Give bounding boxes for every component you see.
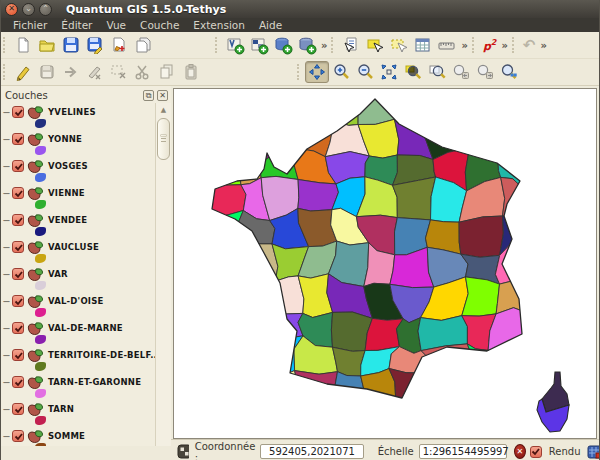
department-region[interactable]	[232, 280, 275, 315]
layer-expander[interactable]: −	[1, 134, 12, 145]
paste-features-button[interactable]	[179, 61, 203, 83]
layer-row[interactable]: −VAR	[1, 267, 155, 294]
department-region[interactable]	[500, 212, 526, 256]
department-region[interactable]	[196, 336, 243, 383]
layer-name[interactable]: VOSGES	[48, 161, 88, 171]
layer-expander[interactable]: −	[1, 107, 12, 118]
scrollbar-thumb[interactable]	[157, 118, 170, 160]
composer-manager-button[interactable]	[131, 34, 155, 56]
department-region[interactable]	[487, 344, 535, 382]
select-features-button[interactable]	[363, 34, 387, 56]
minimize-window-button[interactable]: ⌄	[22, 3, 35, 16]
department-region[interactable]	[298, 180, 339, 212]
save-project-button[interactable]	[59, 34, 83, 56]
layer-name[interactable]: YONNE	[48, 134, 82, 144]
layer-expander[interactable]: −	[1, 350, 12, 361]
layer-expander[interactable]: −	[1, 215, 12, 226]
save-edits-button[interactable]	[35, 61, 59, 83]
department-region[interactable]	[231, 376, 276, 411]
layer-expander[interactable]: −	[1, 296, 12, 307]
add-postgis-layer-button[interactable]	[271, 34, 295, 56]
department-region[interactable]	[258, 89, 306, 123]
layer-row[interactable]: −TERRITOIRE-DE-BELF...	[1, 348, 155, 375]
department-region[interactable]	[357, 89, 398, 125]
department-region[interactable]	[208, 145, 241, 185]
toolbar-drag-handle[interactable]	[3, 37, 9, 53]
layer-expander[interactable]: −	[1, 242, 12, 253]
layer-name[interactable]: VAL-D'OISE	[48, 296, 104, 306]
france-departments-map[interactable]	[174, 89, 597, 439]
department-region[interactable]	[462, 277, 500, 316]
department-region[interactable]	[203, 89, 236, 126]
layer-row[interactable]: −VIENNE	[1, 186, 155, 213]
scroll-up-button[interactable]: ▲	[157, 103, 170, 116]
department-region[interactable]	[202, 305, 244, 340]
cut-features-button[interactable]	[131, 61, 155, 83]
department-region[interactable]	[203, 125, 235, 159]
layer-visibility-checkbox[interactable]	[12, 187, 24, 199]
zoom-out-button[interactable]	[353, 61, 377, 83]
toolbar-drag-handle[interactable]	[472, 37, 478, 53]
move-feature-button[interactable]	[59, 61, 83, 83]
layer-name[interactable]: VENDEE	[48, 215, 87, 225]
menu-fichier[interactable]: Fichier	[6, 19, 54, 31]
department-region[interactable]	[235, 89, 261, 127]
scale-input[interactable]: 1:296154495997	[419, 444, 507, 459]
layer-row[interactable]: −VOSGES	[1, 159, 155, 186]
toolbar-drag-handle[interactable]	[331, 37, 337, 53]
layer-visibility-checkbox[interactable]	[12, 376, 24, 388]
layer-expander[interactable]: −	[1, 404, 12, 415]
deselect-features-button[interactable]	[387, 34, 411, 56]
layer-name[interactable]: TARN-ET-GARONNE	[48, 377, 141, 387]
layer-name[interactable]: YVELINES	[48, 107, 96, 117]
layer-row[interactable]: −VENDEE	[1, 213, 155, 240]
layer-row[interactable]: −TARN	[1, 402, 155, 429]
extents-toggle-icon[interactable]	[177, 444, 189, 459]
toolbar-overflow-chevron[interactable]: »	[319, 40, 329, 51]
close-window-button[interactable]: ✕	[5, 3, 18, 16]
toolbar-drag-handle[interactable]	[512, 37, 518, 53]
layer-visibility-checkbox[interactable]	[12, 295, 24, 307]
stop-rendering-button[interactable]: ✕	[514, 444, 526, 459]
department-region[interactable]	[199, 281, 244, 308]
add-spatialite-layer-button[interactable]	[295, 34, 319, 56]
layer-row[interactable]: −VAL-DE-MARNE	[1, 321, 155, 348]
layer-visibility-checkbox[interactable]	[12, 160, 24, 172]
undo-icon[interactable]: ↶	[520, 36, 539, 54]
panel-close-button[interactable]: ✕	[157, 90, 168, 101]
department-region[interactable]	[456, 115, 498, 157]
zoom-next-button[interactable]	[473, 61, 497, 83]
coordinate-input[interactable]: 592405,2021071	[260, 444, 363, 459]
zoom-native-button[interactable]	[497, 61, 521, 83]
department-region[interactable]	[501, 177, 526, 216]
layer-visibility-checkbox[interactable]	[12, 403, 24, 415]
layer-row[interactable]: −SOMME	[1, 429, 155, 446]
python-plugin-label[interactable]: p2	[480, 38, 499, 53]
new-print-composer-button[interactable]	[107, 34, 131, 56]
department-region[interactable]	[199, 246, 233, 284]
layer-name[interactable]: TERRITOIRE-DE-BELF...	[48, 350, 155, 360]
department-region[interactable]	[464, 378, 488, 415]
identify-features-button[interactable]	[339, 34, 363, 56]
department-region[interactable]	[201, 211, 243, 251]
toolbar-overflow-chevron[interactable]: »	[538, 40, 548, 51]
layer-row[interactable]: −YVELINES	[1, 105, 155, 132]
layer-row[interactable]: −VAL-D'OISE	[1, 294, 155, 321]
department-region[interactable]	[195, 379, 243, 404]
zoom-full-button[interactable]	[377, 61, 401, 83]
toolbar-overflow-chevron[interactable]: »	[459, 40, 469, 51]
layer-name[interactable]: VAUCLUSE	[48, 242, 99, 252]
department-region[interactable]	[334, 89, 358, 125]
toolbar-drag-handle[interactable]	[297, 64, 303, 80]
maximize-window-button[interactable]: ⌃	[39, 3, 52, 16]
add-vector-layer-button[interactable]	[223, 34, 247, 56]
zoom-to-selection-button[interactable]	[401, 61, 425, 83]
department-region[interactable]	[261, 116, 296, 158]
layer-visibility-checkbox[interactable]	[12, 268, 24, 280]
panel-float-button[interactable]: ⧉	[143, 90, 154, 101]
department-region[interactable]	[234, 123, 268, 162]
layer-expander[interactable]: −	[1, 161, 12, 172]
layer-row[interactable]: −VAUCLUSE	[1, 240, 155, 267]
department-region[interactable]	[456, 89, 497, 124]
layer-name[interactable]: VIENNE	[48, 188, 85, 198]
